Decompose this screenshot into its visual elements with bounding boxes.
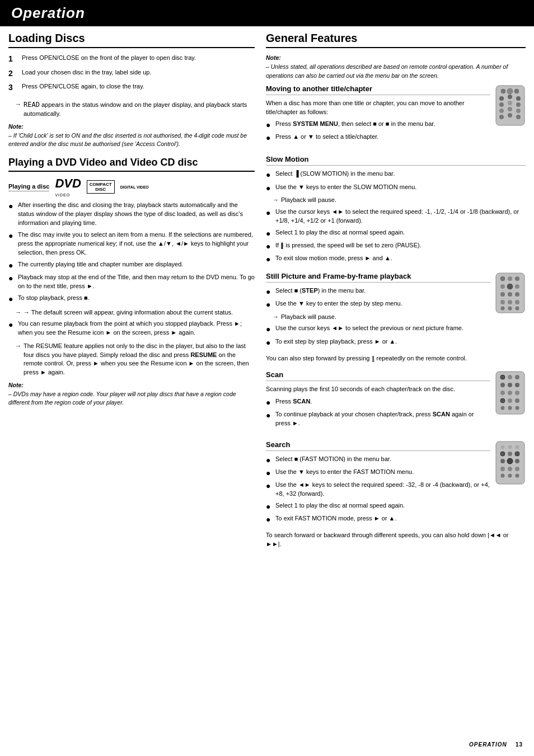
step-3: 3 Press OPEN/CLOSE again, to close the t… (8, 82, 255, 93)
remote-svg-3 (495, 370, 526, 415)
footer-page-num: 13 (516, 741, 523, 748)
bullet-icon: ● (266, 501, 273, 511)
still-picture-section: Still Picture and Frame-by-frame playbac… (266, 272, 526, 363)
sm-arrow-text: Playback will pause. (281, 196, 336, 205)
svg-point-41 (515, 391, 519, 395)
svg-point-22 (515, 284, 519, 289)
svg-point-7 (499, 102, 504, 107)
sp-bullet-2: ● Use the ▼ key to enter the step by ste… (266, 299, 490, 309)
svg-point-6 (516, 96, 521, 101)
svg-point-26 (500, 300, 505, 304)
svg-point-55 (500, 459, 505, 463)
sm-bullet-5-text: If ‖ is pressed, the speed will be set t… (275, 241, 421, 250)
scan-intro: Scanning plays the first 10 seconds of e… (266, 385, 490, 393)
search-bullet-3: ● Use the ◄► keys to select the required… (266, 481, 490, 499)
bullet-icon: ● (266, 337, 273, 348)
page-footer: Operation 13 (469, 741, 523, 748)
bullet-icon: ● (266, 170, 273, 180)
svg-point-31 (516, 307, 519, 311)
moving-bullet-1: ● Press SYSTEM MENU, then select ■ or ■ … (266, 120, 490, 130)
loading-note-label: Note: (8, 123, 24, 130)
slow-motion-bullets: ● Select ▐ (SLOW MOTION) in the menu bar… (266, 170, 526, 264)
stop-arrow-text: → The default screen will appear, giving… (24, 308, 233, 317)
search-extra-text: To search forward or backward through di… (266, 532, 509, 547)
bullet-icon: ● (266, 183, 273, 193)
sm-bullet-6: ● To exit slow motion mode, press ► and … (266, 254, 526, 264)
sp-bullet-4: ● To exit step by step playback, press ►… (266, 337, 490, 348)
svg-point-25 (515, 292, 519, 297)
sm-bullet-2: ● Use the ▼ keys to enter the SLOW MOTIO… (266, 183, 526, 193)
search-bullet-4: ● Select 1 to play the disc at normal sp… (266, 501, 490, 511)
dvd-bullet-3: ● The currently playing title and chapte… (8, 260, 255, 270)
sp-bullet-3: ● Use the cursor keys ◄► to select the p… (266, 324, 490, 334)
resume-arrow: → The RESUME feature applies not only to… (8, 342, 255, 377)
sp-bullet-1-text: Select ■ (STEP) in the menu bar. (275, 287, 366, 295)
step-1-num: 1 (8, 54, 18, 65)
step3-arrow-text: READ appears in the status window and on… (24, 100, 255, 118)
svg-point-4 (499, 96, 504, 101)
slow-motion-section: Slow Motion ● Select ▐ (SLOW MOTION) in … (266, 155, 526, 264)
svg-point-60 (515, 467, 519, 471)
dvd-text: DVD VIDEO (55, 176, 81, 198)
resume-arrow-text: The RESUME feature applies not only to t… (24, 342, 255, 377)
sm-arrow: → Playback will pause. (266, 196, 526, 205)
svg-point-27 (508, 300, 512, 304)
svg-point-23 (500, 292, 505, 297)
digital-video-logo: DIGITAL VIDEO (120, 185, 149, 189)
search-bullet-5-text: To exit FAST MOTION mode, press ► or ▲. (275, 514, 397, 523)
dvd-bullet-4-text: Playback may stop at the end of the Titl… (18, 273, 255, 291)
sm-bullet-4: ● Select 1 to play the disc at normal sp… (266, 228, 526, 238)
search-bullet-1: ● Select ■ (FAST MOTION) in the menu bar… (266, 455, 490, 465)
resume-bullet: ● You can resume playback from the point… (8, 320, 255, 337)
arrow-icon: → (273, 313, 279, 322)
search-bullet-1-text: Select ■ (FAST MOTION) in the menu bar. (275, 455, 391, 464)
svg-point-13 (499, 115, 504, 119)
sm-bullet-4-text: Select 1 to play the disc at normal spee… (275, 228, 405, 237)
loading-discs-title: Loading Discs (8, 32, 255, 48)
sm-bullet-6-text: To exit slow motion mode, press ► and ▲. (275, 254, 392, 263)
slow-motion-title: Slow Motion (266, 155, 526, 166)
dvd-logo: DVD VIDEO (55, 176, 81, 198)
search-bullet-2: ● Use the ▼ keys to enter the FAST MOTIO… (266, 468, 490, 478)
resume-bullets: ● You can resume playback from the point… (8, 320, 255, 337)
step-2-num: 2 (8, 68, 18, 79)
svg-point-61 (501, 473, 505, 477)
content-area: Loading Discs 1 Press OPEN/CLOSE on the … (0, 26, 534, 562)
search-bullet-4-text: Select 1 to play the disc at normal spee… (275, 501, 405, 510)
svg-point-63 (516, 473, 519, 477)
step-2: 2 Load your chosen disc in the tray, lab… (8, 68, 255, 79)
resume-bullet-text: You can resume playback from the point a… (18, 320, 255, 337)
footer-label: Operation (469, 741, 509, 748)
svg-point-49 (501, 445, 505, 449)
sm-bullet-2-text: Use the ▼ keys to enter the SLOW MOTION … (275, 183, 416, 192)
bullet-icon: ● (266, 481, 273, 491)
page-header: Operation (0, 0, 534, 26)
sp-bullet-3-text: Use the cursor keys ◄► to select the pre… (275, 324, 463, 333)
search-section: Search ● Select ■ (FAST MOTION) in the m… (266, 440, 526, 548)
dvd-logos: Playing a disc DVD VIDEO COMPACTDISC DI (8, 176, 255, 198)
dvd-bullet-4: ● Playback may stop at the end of the Ti… (8, 273, 255, 291)
compact-disc-logo: COMPACTDISC (87, 180, 115, 194)
svg-point-15 (516, 115, 521, 119)
sp-arrow-text: Playback will pause. (281, 313, 336, 322)
bullet-icon: ● (266, 468, 273, 478)
left-column: Loading Discs 1 Press OPEN/CLOSE on the … (8, 32, 255, 556)
dvd-bullets: ● After inserting the disc and closing t… (8, 201, 255, 304)
bullet-icon: ● (8, 260, 15, 270)
remote-control-image-4 (495, 440, 526, 486)
svg-point-5 (508, 95, 512, 99)
sm-bullet-1: ● Select ▐ (SLOW MOTION) in the menu bar… (266, 170, 526, 180)
svg-point-20 (500, 284, 505, 289)
svg-point-54 (515, 452, 519, 456)
arrow-icon: → (15, 308, 21, 317)
svg-point-29 (501, 307, 505, 311)
search-bullet-3-text: Use the ◄► keys to select the required s… (275, 481, 490, 499)
dvd-section-title: Playing a DVD Video and Video CD disc (8, 157, 255, 172)
dvd-bullet-2-text: The disc may invite you to select an ite… (18, 231, 255, 257)
bullet-icon: ● (266, 397, 273, 407)
right-column: General Features Note: – Unless stated, … (266, 32, 526, 556)
sp-bullet-4-text: To exit step by step playback, press ► o… (275, 337, 397, 346)
svg-point-35 (515, 375, 519, 379)
moving-title-content: Moving to another title/chapter When a d… (266, 84, 490, 147)
playing-dvd-section: Playing a DVD Video and Video CD disc Pl… (8, 157, 255, 407)
